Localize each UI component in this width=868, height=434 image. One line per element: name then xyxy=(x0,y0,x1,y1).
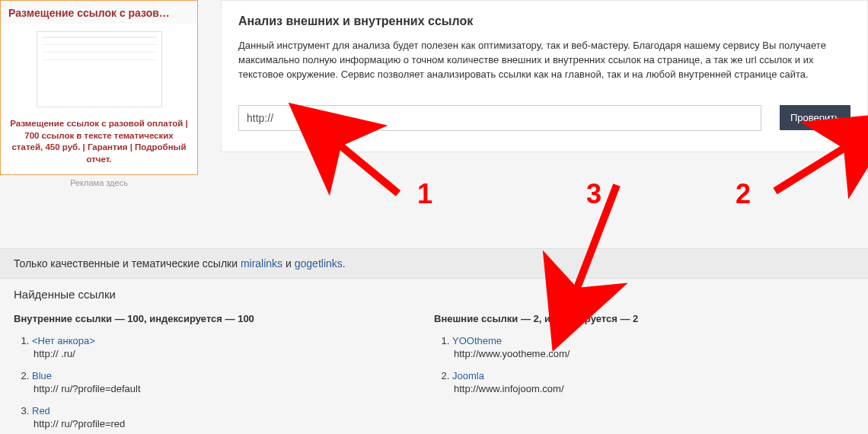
promo-banner: Только качественные и тематические ссылк… xyxy=(0,248,868,279)
ad-description: Размещение ссылок с разовой оплатой | 70… xyxy=(1,113,197,174)
link-anchor[interactable]: YOOtheme xyxy=(452,335,502,346)
check-button[interactable]: Проверить xyxy=(780,105,850,130)
list-item: Blue http:// ru/?profile=default xyxy=(32,370,434,394)
ad-thumbnail xyxy=(37,31,162,107)
ad-card[interactable]: Размещение ссылок с разов… Размещение сс… xyxy=(0,0,198,175)
link-url: http:// ru/?profile=default xyxy=(32,383,434,394)
tool-card: Анализ внешних и внутренних ссылок Данны… xyxy=(221,0,868,152)
url-input[interactable] xyxy=(238,105,761,131)
link-url: http://www.yootheme.com/ xyxy=(452,348,854,359)
link-anchor[interactable]: Blue xyxy=(32,370,52,381)
link-anchor[interactable]: <Нет анкора> xyxy=(32,335,95,346)
list-item: Joomla http://www.infojoom.com/ xyxy=(452,370,854,394)
ad-footnote[interactable]: Реклама здесь xyxy=(0,178,198,187)
list-item: YOOtheme http://www.yootheme.com/ xyxy=(452,335,854,359)
tool-description: Данный инструмент для анализа будет поле… xyxy=(238,39,850,82)
results-section: Найденные ссылки Внутренние ссылки — 100… xyxy=(0,279,868,434)
banner-link-gogetlinks[interactable]: gogetlinks xyxy=(295,257,343,270)
banner-text: Только качественные и тематические ссылк… xyxy=(14,257,241,270)
link-url: http://www.infojoom.com/ xyxy=(452,383,854,394)
link-url: http:// ru/?profile=red xyxy=(32,418,434,429)
external-links-heading: Внешние ссылки — 2, индексируется — 2 xyxy=(434,313,854,324)
external-links-column: Внешние ссылки — 2, индексируется — 2 YO… xyxy=(434,313,854,434)
internal-links-column: Внутренние ссылки — 100, индексируется —… xyxy=(14,313,434,434)
link-anchor[interactable]: Joomla xyxy=(452,370,484,381)
ad-title: Размещение ссылок с разов… xyxy=(1,1,197,24)
tool-heading: Анализ внешних и внутренних ссылок xyxy=(238,14,850,28)
banner-link-miralinks[interactable]: miralinks xyxy=(241,257,282,270)
list-item: Red http:// ru/?profile=red xyxy=(32,405,434,429)
list-item: <Нет анкора> http:// .ru/ xyxy=(32,335,434,359)
internal-links-heading: Внутренние ссылки — 100, индексируется —… xyxy=(14,313,434,324)
link-anchor[interactable]: Red xyxy=(32,405,50,416)
results-heading: Найденные ссылки xyxy=(14,288,854,301)
link-url: http:// .ru/ xyxy=(32,348,434,359)
